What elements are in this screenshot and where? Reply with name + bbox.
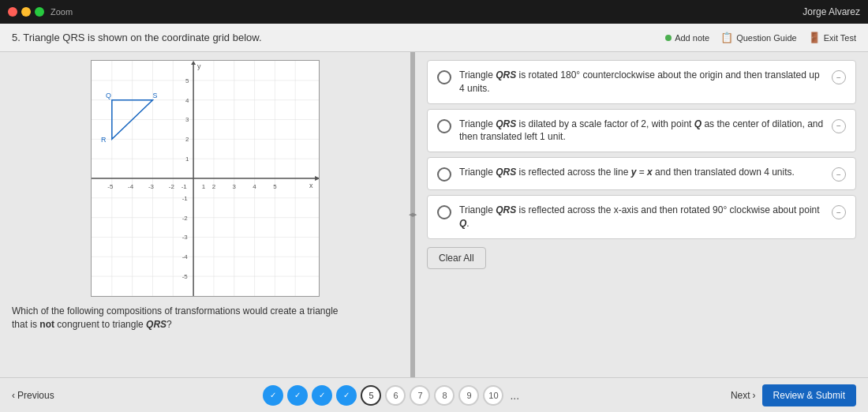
question-guide-button[interactable]: 📋 Question Guide xyxy=(720,32,796,43)
svg-text:-5: -5 xyxy=(107,183,114,190)
page-3[interactable]: ✓ xyxy=(312,385,332,406)
previous-icon: ‹ xyxy=(12,390,15,401)
pagination: ✓ ✓ ✓ ✓ 5 6 7 8 9 10 ... xyxy=(263,385,522,406)
radio-c[interactable] xyxy=(437,167,451,182)
page-5[interactable]: 5 xyxy=(361,385,381,406)
coordinate-grid-svg: y x -5 -4 -3 -2 -1 1 2 3 4 5 5 4 3 2 1 -… xyxy=(92,61,319,296)
question-text: Which of the following compositions of t… xyxy=(12,305,398,331)
page-6-label: 6 xyxy=(393,391,398,400)
svg-text:x: x xyxy=(309,182,313,189)
page-6[interactable]: 6 xyxy=(385,385,406,406)
close-window-btn[interactable] xyxy=(8,7,17,17)
answer-text-a: Triangle QRS is rotated 180° countercloc… xyxy=(459,69,824,96)
top-bar: Zoom Jorge Alvarez xyxy=(0,0,868,24)
svg-text:4: 4 xyxy=(253,183,256,190)
answer-option-a[interactable]: Triangle QRS is rotated 180° countercloc… xyxy=(427,60,856,104)
next-button[interactable]: Next › xyxy=(731,390,756,401)
svg-text:-4: -4 xyxy=(128,183,134,190)
question-guide-icon: 📋 xyxy=(720,32,733,43)
right-panel: Triangle QRS is rotated 180° countercloc… xyxy=(415,52,868,377)
user-name: Jorge Alvarez xyxy=(803,6,860,17)
page-5-label: 5 xyxy=(369,391,373,400)
svg-text:4: 4 xyxy=(185,97,189,104)
page-10-label: 10 xyxy=(488,391,498,400)
svg-text:-5: -5 xyxy=(182,273,189,280)
add-note-icon xyxy=(665,35,672,41)
svg-text:y: y xyxy=(197,62,201,70)
header-actions: Add note 📋 Question Guide 🚪 Exit Test xyxy=(665,32,856,43)
check-icon-1: ✓ xyxy=(270,391,276,399)
left-panel: y x -5 -4 -3 -2 -1 1 2 3 4 5 5 4 3 2 1 -… xyxy=(0,52,410,377)
check-icon-2: ✓ xyxy=(294,391,301,399)
page-9[interactable]: 9 xyxy=(458,385,479,406)
page-8[interactable]: 8 xyxy=(434,385,455,406)
page-7[interactable]: 7 xyxy=(410,385,430,406)
svg-text:3: 3 xyxy=(233,183,237,190)
page-9-label: 9 xyxy=(466,391,471,400)
svg-text:-1: -1 xyxy=(182,195,189,202)
svg-text:1: 1 xyxy=(202,183,206,190)
coordinate-grid: y x -5 -4 -3 -2 -1 1 2 3 4 5 5 4 3 2 1 -… xyxy=(91,60,320,297)
header-bar: 5. Triangle QRS is shown on the coordina… xyxy=(0,24,868,52)
check-icon-3: ✓ xyxy=(319,391,325,399)
next-icon: › xyxy=(753,390,756,401)
svg-text:-2: -2 xyxy=(169,183,175,190)
check-icon-4: ✓ xyxy=(343,391,350,399)
top-bar-left: Zoom xyxy=(8,7,73,17)
page-8-label: 8 xyxy=(442,391,447,400)
nav-left: ‹ Previous xyxy=(12,390,54,401)
minimize-window-btn[interactable] xyxy=(21,7,31,17)
svg-text:3: 3 xyxy=(185,116,189,123)
zoom-button[interactable]: Zoom xyxy=(51,7,73,17)
nav-right: Next › Review & Submit xyxy=(731,384,856,406)
remove-b-button[interactable]: − xyxy=(832,119,846,133)
bottom-navigation: ‹ Previous ✓ ✓ ✓ ✓ 5 6 7 8 9 xyxy=(0,377,868,412)
svg-text:S: S xyxy=(152,92,157,99)
window-controls xyxy=(8,7,44,17)
previous-button[interactable]: ‹ Previous xyxy=(12,390,54,401)
answer-text-c: Triangle QRS is reflected across the lin… xyxy=(459,166,824,179)
svg-text:-3: -3 xyxy=(148,183,155,190)
svg-text:-3: -3 xyxy=(182,234,189,241)
answer-option-d[interactable]: Triangle QRS is reflected across the x-a… xyxy=(427,195,856,239)
remove-d-button[interactable]: − xyxy=(832,205,846,219)
exit-test-icon: 🚪 xyxy=(808,32,821,43)
page-1[interactable]: ✓ xyxy=(263,385,283,406)
main-content: y x -5 -4 -3 -2 -1 1 2 3 4 5 5 4 3 2 1 -… xyxy=(0,52,868,377)
svg-marker-24 xyxy=(191,61,196,65)
add-note-button[interactable]: Add note xyxy=(665,33,709,43)
maximize-window-btn[interactable] xyxy=(35,7,44,17)
page-7-label: 7 xyxy=(417,391,422,400)
svg-text:1: 1 xyxy=(185,155,189,163)
question-label: 5. Triangle QRS is shown on the coordina… xyxy=(12,32,262,43)
pagination-ellipsis: ... xyxy=(510,389,519,402)
svg-text:2: 2 xyxy=(185,136,189,143)
remove-c-button[interactable]: − xyxy=(832,167,846,182)
radio-d[interactable] xyxy=(437,205,451,219)
svg-marker-22 xyxy=(315,176,319,181)
answer-text-b: Triangle QRS is dilated by a scale facto… xyxy=(459,118,824,144)
svg-text:5: 5 xyxy=(273,183,277,190)
radio-a[interactable] xyxy=(437,70,451,84)
clear-all-button[interactable]: Clear All xyxy=(427,247,486,269)
answer-text-d: Triangle QRS is reflected across the x-a… xyxy=(459,204,824,230)
svg-text:R: R xyxy=(101,136,107,144)
page-4[interactable]: ✓ xyxy=(336,385,357,406)
svg-text:-4: -4 xyxy=(182,253,189,260)
svg-text:5: 5 xyxy=(185,77,189,84)
answer-option-c[interactable]: Triangle QRS is reflected across the lin… xyxy=(427,157,856,190)
svg-text:2: 2 xyxy=(212,183,216,190)
review-submit-button[interactable]: Review & Submit xyxy=(762,384,856,406)
answer-option-b[interactable]: Triangle QRS is dilated by a scale facto… xyxy=(427,109,856,153)
page-10[interactable]: 10 xyxy=(483,385,503,406)
radio-b[interactable] xyxy=(437,119,451,133)
exit-test-button[interactable]: 🚪 Exit Test xyxy=(808,32,856,43)
svg-text:Q: Q xyxy=(106,92,111,99)
svg-text:-1: -1 xyxy=(181,183,188,190)
page-2[interactable]: ✓ xyxy=(287,385,308,406)
svg-text:-2: -2 xyxy=(182,215,189,222)
remove-a-button[interactable]: − xyxy=(832,70,846,84)
